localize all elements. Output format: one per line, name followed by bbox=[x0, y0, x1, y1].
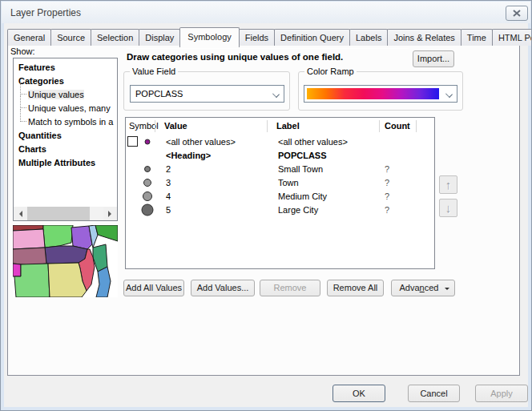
scroll-right-button[interactable] bbox=[103, 207, 117, 220]
layer-properties-dialog: Layer Properties General Source Selectio… bbox=[0, 0, 532, 411]
unique-values-table: Symbol Value Label Count <all other valu… bbox=[125, 117, 435, 269]
tab-html-popup[interactable]: HTML Popup bbox=[492, 29, 532, 46]
value-cell[interactable]: <Heading> bbox=[155, 151, 268, 160]
color-ramp-dropdown[interactable] bbox=[304, 85, 457, 103]
table-header-row: Symbol Value Label Count bbox=[126, 118, 434, 135]
point-symbol-swatch[interactable] bbox=[143, 179, 151, 187]
tab-selection[interactable]: Selection bbox=[91, 29, 139, 46]
label-cell[interactable]: POPCLASS bbox=[268, 151, 380, 160]
symbol-cell[interactable] bbox=[126, 203, 155, 216]
chevron-down-icon bbox=[272, 91, 280, 98]
label-cell[interactable]: Town bbox=[268, 178, 380, 187]
chevron-down-icon bbox=[445, 91, 453, 98]
tab-general[interactable]: General bbox=[7, 29, 51, 46]
all-other-values-checkbox[interactable] bbox=[127, 136, 138, 147]
value-field-selected: POPCLASS bbox=[135, 89, 183, 99]
value-field-group: Value Field POPCLASS bbox=[123, 71, 290, 111]
tab-source[interactable]: Source bbox=[50, 29, 91, 46]
point-symbol-swatch[interactable] bbox=[145, 139, 151, 144]
tab-strip: General Source Selection Display Symbolo… bbox=[7, 27, 532, 46]
window-title: Layer Properties bbox=[10, 7, 81, 18]
map-state-shape bbox=[13, 248, 46, 265]
tree-item-multiple-attributes[interactable]: Multiple Attributes bbox=[14, 156, 117, 170]
value-cell[interactable]: <all other values> bbox=[155, 137, 268, 147]
symbol-cell[interactable] bbox=[126, 189, 155, 203]
tree-connector bbox=[20, 95, 26, 108]
value-cell[interactable]: 2 bbox=[155, 164, 268, 174]
table-row-heading[interactable]: <Heading> POPCLASS bbox=[126, 148, 434, 162]
move-up-button[interactable]: ↑ bbox=[439, 175, 457, 194]
import-button[interactable]: Import... bbox=[413, 50, 454, 67]
value-field-label: Value Field bbox=[130, 66, 178, 76]
apply-button[interactable]: Apply bbox=[475, 385, 528, 402]
close-icon bbox=[513, 10, 521, 17]
color-ramp-label: Color Ramp bbox=[304, 66, 357, 76]
value-cell[interactable]: 5 bbox=[155, 205, 268, 215]
symbol-cell[interactable] bbox=[126, 135, 155, 148]
tree-horizontal-scrollbar[interactable] bbox=[14, 207, 117, 220]
titlebar[interactable]: Layer Properties bbox=[2, 2, 530, 23]
move-down-button[interactable]: ↓ bbox=[439, 199, 457, 217]
value-cell[interactable]: 4 bbox=[155, 191, 268, 201]
count-cell: ? bbox=[380, 205, 417, 215]
add-values-button[interactable]: Add Values... bbox=[191, 280, 255, 296]
tree-item-unique-values[interactable]: Unique values bbox=[14, 88, 117, 102]
remove-all-button[interactable]: Remove All bbox=[327, 280, 384, 296]
point-symbol-swatch[interactable] bbox=[143, 191, 152, 201]
map-preview bbox=[13, 225, 118, 297]
table-row[interactable]: 3 Town ? bbox=[126, 175, 434, 189]
scrollbar-thumb[interactable] bbox=[27, 207, 90, 220]
scroll-right-icon bbox=[108, 211, 115, 217]
tree-item-features[interactable]: Features bbox=[14, 61, 117, 75]
tab-symbology[interactable]: Symbology bbox=[179, 27, 239, 47]
scroll-left-button[interactable] bbox=[14, 207, 27, 220]
column-header-count[interactable]: Count bbox=[380, 118, 417, 135]
value-cell[interactable]: 3 bbox=[155, 178, 268, 187]
table-row[interactable]: <all other values> <all other values> bbox=[126, 135, 434, 148]
tree-item-charts[interactable]: Charts bbox=[14, 143, 117, 156]
tree-item-unique-values-many[interactable]: Unique values, many bbox=[14, 102, 117, 115]
label-cell[interactable]: <all other values> bbox=[268, 137, 380, 147]
label-cell[interactable]: Large City bbox=[268, 205, 380, 215]
tab-fields[interactable]: Fields bbox=[239, 29, 275, 46]
close-button[interactable] bbox=[506, 6, 528, 21]
show-tree: Features Categories Unique values Unique… bbox=[13, 58, 118, 221]
remove-button[interactable]: Remove bbox=[260, 280, 320, 296]
tab-labels[interactable]: Labels bbox=[349, 29, 388, 46]
description-separator bbox=[127, 48, 409, 49]
ok-button[interactable]: OK bbox=[332, 385, 385, 402]
tree-item-match-symbols[interactable]: Match to symbols in a bbox=[14, 115, 117, 129]
tree-item-categories[interactable]: Categories bbox=[14, 75, 117, 88]
tab-display[interactable]: Display bbox=[139, 29, 180, 46]
label-cell[interactable]: Small Town bbox=[268, 164, 380, 174]
advanced-button[interactable]: Advanced bbox=[391, 280, 455, 296]
column-header-value[interactable]: Value bbox=[155, 118, 268, 135]
count-cell: ? bbox=[380, 164, 417, 174]
value-field-dropdown[interactable]: POPCLASS bbox=[130, 85, 284, 103]
point-symbol-swatch[interactable] bbox=[142, 203, 154, 216]
map-state-shape bbox=[13, 229, 45, 249]
dropdown-arrow-icon bbox=[445, 288, 449, 292]
symbol-cell[interactable] bbox=[126, 175, 155, 189]
scrollbar-track[interactable] bbox=[27, 207, 103, 220]
table-row[interactable]: 5 Large City ? bbox=[126, 203, 434, 216]
tab-time[interactable]: Time bbox=[461, 29, 493, 46]
label-cell[interactable]: Medium City bbox=[268, 191, 380, 201]
tab-definition-query[interactable]: Definition Query bbox=[274, 29, 350, 46]
tree-item-quantities[interactable]: Quantities bbox=[14, 129, 117, 143]
scroll-left-icon bbox=[16, 211, 22, 217]
add-all-values-button[interactable]: Add All Values bbox=[123, 280, 184, 296]
symbol-cell[interactable] bbox=[126, 162, 155, 175]
column-divider bbox=[416, 120, 417, 132]
map-state-shape bbox=[43, 225, 73, 248]
point-symbol-swatch[interactable] bbox=[144, 166, 151, 172]
column-header-label[interactable]: Label bbox=[268, 118, 380, 135]
table-row[interactable]: 4 Medium City ? bbox=[126, 189, 434, 203]
column-header-symbol[interactable]: Symbol bbox=[126, 118, 155, 135]
arrow-down-icon: ↓ bbox=[445, 201, 452, 215]
map-state-shape bbox=[95, 225, 118, 241]
cancel-button[interactable]: Cancel bbox=[408, 385, 460, 402]
table-row[interactable]: 2 Small Town ? bbox=[126, 162, 434, 175]
tab-joins-relates[interactable]: Joins & Relates bbox=[387, 29, 461, 46]
count-cell: ? bbox=[380, 178, 417, 187]
